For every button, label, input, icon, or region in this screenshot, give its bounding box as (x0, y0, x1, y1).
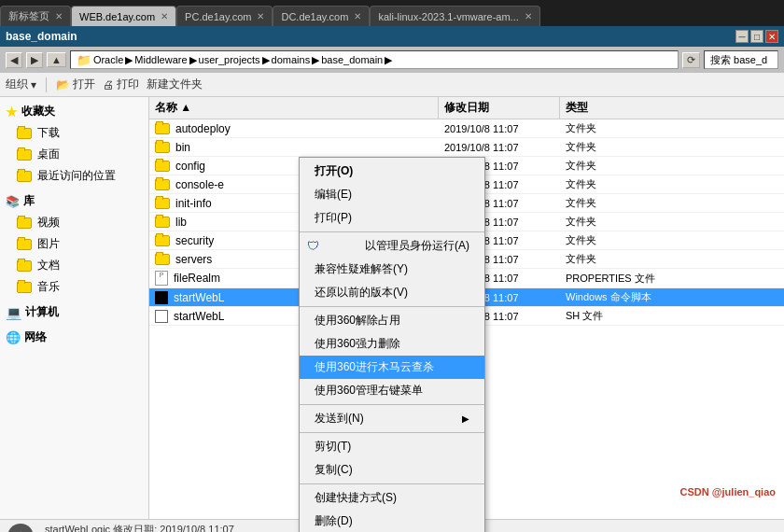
file-type: Windows 命令脚本 (560, 288, 672, 306)
file-row-autodeploy[interactable]: autodeploy 2019/10/8 11:07 文件夹 (149, 119, 784, 138)
folder-icon (155, 123, 170, 134)
computer-header[interactable]: 💻 计算机 (0, 301, 148, 323)
downloads-folder-icon (17, 128, 32, 139)
titlebar-buttons: ─ □ ✕ (735, 30, 778, 43)
file-name: console-e (175, 178, 224, 191)
close-button[interactable]: ✕ (765, 30, 778, 43)
back-button[interactable]: ◀ (6, 52, 22, 68)
open-button[interactable]: 📂 打开 (56, 77, 95, 92)
watermark: CSDN @julien_qiao (678, 485, 778, 498)
path-base-domain: base_domain (321, 54, 383, 65)
tab-web-delay-label: WEB.de1ay.com (79, 11, 155, 22)
ctx-360-manage[interactable]: 使用360管理右键菜单 (300, 379, 484, 402)
file-type: 文件夹 (560, 213, 672, 231)
music-label: 音乐 (37, 279, 60, 295)
file-name: init-info (175, 197, 212, 210)
favorites-header[interactable]: ★ 收藏夹 (0, 101, 148, 122)
network-section: 🌐 网络 (0, 327, 148, 348)
file-type: 文件夹 (560, 157, 672, 175)
tab-dc-delay-close[interactable]: ✕ (354, 11, 361, 21)
file-type: 文件夹 (560, 231, 672, 249)
file-name: startWebL (174, 310, 224, 323)
search-input[interactable] (704, 50, 778, 69)
favorites-star-icon: ★ (6, 105, 18, 119)
tab-dc-delay-label: DC.de1ay.com (281, 11, 348, 22)
new-folder-button[interactable]: 新建文件夹 (147, 77, 203, 92)
ctx-sep-1 (300, 231, 484, 232)
forward-button[interactable]: ▶ (26, 52, 43, 68)
address-path[interactable]: 📁 Oracle ▶ Middleware ▶ user_projects ▶ … (70, 50, 679, 69)
network-label: 网络 (24, 329, 47, 345)
videos-icon (17, 217, 32, 229)
sidebar-item-recent[interactable]: 最近访问的位置 (0, 165, 148, 187)
toolbar-print-icon: 🖨 (103, 78, 114, 91)
sidebar-item-documents[interactable]: 文档 (0, 255, 148, 276)
tab-new[interactable]: 新标签页 ✕ (0, 6, 71, 26)
tab-pc-delay-label: PC.de1ay.com (185, 11, 251, 22)
file-name: bin (175, 141, 190, 154)
downloads-label: 下载 (37, 125, 60, 141)
col-header-type[interactable]: 类型 (560, 97, 672, 119)
ctx-open[interactable]: 打开(O) (300, 160, 484, 183)
file-name: autodeploy (175, 122, 231, 135)
tab-kali[interactable]: kali-linux-2023.1-vmware-am... ✕ (370, 6, 539, 26)
file-name: security (175, 234, 214, 247)
folder-icon (155, 217, 170, 228)
col-header-name[interactable]: 名称 ▲ (149, 97, 439, 119)
address-bar: ◀ ▶ ▲ 📁 Oracle ▶ Middleware ▶ user_proje… (0, 47, 784, 73)
ctx-restore-prev[interactable]: 还原以前的版本(V) (300, 281, 484, 304)
context-menu: 打开(O) 编辑(E) 打印(P) 🛡 以管理员身份运行(A) 兼容性疑难解答(… (299, 157, 485, 532)
toolbar-open-icon: 📂 (56, 78, 70, 91)
ctx-create-shortcut[interactable]: 创建快捷方式(S) (300, 486, 484, 510)
tab-new-close[interactable]: ✕ (55, 11, 63, 21)
ctx-copy[interactable]: 复制(C) (300, 458, 484, 482)
tab-pc-delay[interactable]: PC.de1ay.com ✕ (176, 6, 273, 26)
minimize-button[interactable]: ─ (735, 30, 749, 43)
sidebar-item-desktop[interactable]: 桌面 (0, 144, 148, 165)
ctx-runas-admin[interactable]: 🛡 以管理员身份运行(A) (300, 234, 484, 258)
computer-icon: 💻 (6, 305, 21, 320)
tab-dc-delay[interactable]: DC.de1ay.com ✕ (273, 6, 370, 26)
sidebar-item-pictures[interactable]: 图片 (0, 233, 148, 255)
explorer-toolbar: 组织 ▾ 📂 打开 🖨 打印 新建文件夹 (0, 73, 784, 97)
path-sep2: ▶ (189, 54, 197, 66)
file-type: PROPERTIES 文件 (560, 270, 672, 287)
ctx-compatibility[interactable]: 兼容性疑难解答(Y) (300, 258, 484, 281)
refresh-button[interactable]: ⟳ (682, 52, 700, 68)
tab-new-label: 新标签页 (8, 9, 49, 23)
folder-icon (155, 235, 170, 246)
ctx-cut[interactable]: 剪切(T) (300, 435, 484, 458)
tab-web-delay[interactable]: WEB.de1ay.com ✕ (71, 6, 176, 26)
print-button[interactable]: 🖨 打印 (103, 77, 139, 92)
network-icon: 🌐 (6, 330, 21, 344)
documents-label: 文档 (37, 258, 60, 273)
ctx-360-delete[interactable]: 使用360强力删除 (300, 332, 484, 356)
library-section: 📚 库 视频 图片 文档 音乐 (0, 190, 148, 298)
tab-web-delay-close[interactable]: ✕ (161, 11, 168, 21)
col-header-date[interactable]: 修改日期 (439, 97, 560, 119)
ctx-edit[interactable]: 编辑(E) (300, 183, 484, 206)
organize-button[interactable]: 组织 ▾ (6, 77, 36, 92)
path-domains: domains (272, 54, 311, 65)
folder-icon (155, 179, 170, 190)
music-icon (17, 282, 32, 293)
sidebar-item-music[interactable]: 音乐 (0, 276, 148, 298)
tab-kali-close[interactable]: ✕ (525, 11, 532, 21)
ctx-print[interactable]: 打印(P) (300, 206, 484, 230)
ctx-360-scan[interactable]: 使用360进行木马云查杀 (300, 356, 484, 379)
maximize-button[interactable]: □ (750, 30, 763, 43)
ctx-delete[interactable]: 删除(D) (300, 510, 484, 532)
sidebar-item-downloads[interactable]: 下载 (0, 122, 148, 144)
sidebar-item-videos[interactable]: 视频 (0, 212, 148, 233)
library-header[interactable]: 📚 库 (0, 190, 148, 212)
file-type: 文件夹 (560, 138, 672, 156)
ctx-360-release[interactable]: 使用360解除占用 (300, 309, 484, 332)
file-row-bin[interactable]: bin 2019/10/8 11:07 文件夹 (149, 138, 784, 157)
status-info: startWebLogic 修改日期: 2019/10/8 11:07 Wind… (45, 523, 234, 533)
up-button[interactable]: ▲ (47, 52, 66, 67)
file-name: config (175, 160, 205, 173)
ctx-send-to[interactable]: 发送到(N) ▶ (300, 407, 484, 430)
path-sep3: ▶ (262, 54, 270, 66)
tab-pc-delay-close[interactable]: ✕ (257, 11, 264, 21)
network-header[interactable]: 🌐 网络 (0, 327, 148, 348)
